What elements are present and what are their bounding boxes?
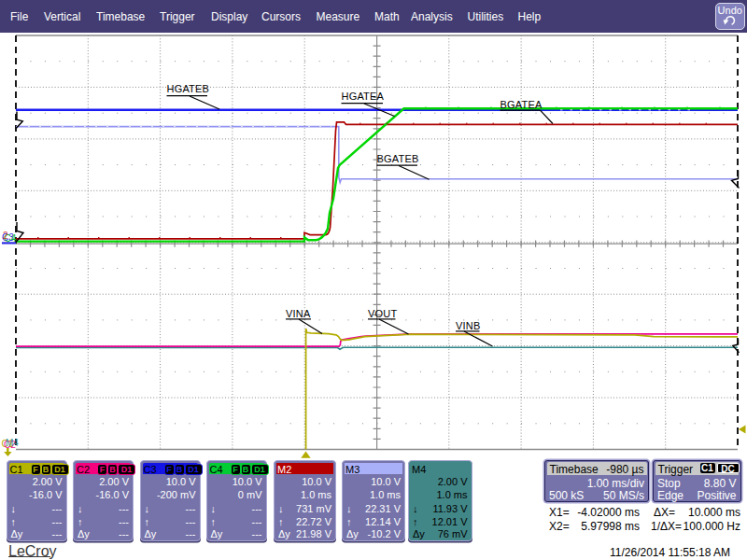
svg-text:VINA: VINA [286,308,311,319]
svg-text:HGATEB: HGATEB [167,83,210,94]
svg-text:2: 2 [3,231,8,241]
svg-text:HGATEA: HGATEA [342,91,385,102]
svg-text:BGATEB: BGATEB [377,153,419,164]
svg-text:BGATEA: BGATEA [500,99,543,110]
svg-text:VOUT: VOUT [368,308,397,319]
svg-text:M4: M4 [6,438,19,448]
svg-text:VINB: VINB [456,320,480,331]
